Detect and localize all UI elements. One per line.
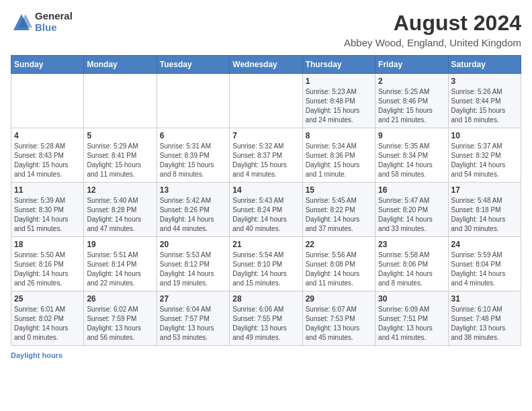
calendar-cell: 25Sunrise: 6:01 AMSunset: 8:02 PMDayligh… [11,291,84,346]
day-number: 31 [451,294,518,304]
day-info: Sunrise: 5:47 AMSunset: 8:20 PMDaylight:… [378,196,445,234]
calendar-cell: 15Sunrise: 5:45 AMSunset: 8:22 PMDayligh… [302,183,375,237]
logo-icon [11,11,32,33]
day-info: Sunrise: 5:29 AMSunset: 8:41 PMDaylight:… [87,142,153,179]
calendar-subtitle: Abbey Wood, England, United Kingdom [344,37,521,48]
day-number: 11 [14,185,81,195]
day-info: Sunrise: 5:58 AMSunset: 8:06 PMDaylight:… [378,250,445,288]
day-info: Sunrise: 5:31 AMSunset: 8:39 PMDaylight:… [160,142,226,179]
column-header-monday: Monday [84,56,157,74]
day-number: 20 [160,240,226,249]
day-number: 2 [378,77,445,86]
day-number: 24 [451,240,518,249]
day-info: Sunrise: 5:51 AMSunset: 8:14 PMDaylight:… [87,250,153,288]
day-info: Sunrise: 5:45 AMSunset: 8:22 PMDaylight:… [306,196,372,234]
calendar-cell: 3Sunrise: 5:26 AMSunset: 8:44 PMDaylight… [448,74,521,128]
column-header-friday: Friday [375,56,448,74]
footer: Daylight hours [11,351,521,359]
logo-blue-text: Blue [35,22,73,34]
header: General Blue August 2024 Abbey Wood, Eng… [11,11,521,48]
day-info: Sunrise: 5:54 AMSunset: 8:10 PMDaylight:… [232,250,299,288]
day-number: 28 [232,294,299,304]
day-info: Sunrise: 5:43 AMSunset: 8:24 PMDaylight:… [232,196,299,234]
day-info: Sunrise: 5:59 AMSunset: 8:04 PMDaylight:… [451,250,518,288]
calendar-cell: 5Sunrise: 5:29 AMSunset: 8:41 PMDaylight… [84,128,157,183]
calendar-cell [157,74,229,128]
day-number: 26 [87,294,153,304]
day-info: Sunrise: 6:09 AMSunset: 7:51 PMDaylight:… [378,305,445,342]
calendar-cell: 16Sunrise: 5:47 AMSunset: 8:20 PMDayligh… [375,183,448,237]
day-info: Sunrise: 6:07 AMSunset: 7:53 PMDaylight:… [306,305,372,342]
calendar-cell: 18Sunrise: 5:50 AMSunset: 8:16 PMDayligh… [11,237,84,291]
calendar-cell: 31Sunrise: 6:10 AMSunset: 7:48 PMDayligh… [448,291,521,346]
day-info: Sunrise: 5:37 AMSunset: 8:32 PMDaylight:… [451,142,518,179]
calendar-cell: 2Sunrise: 5:25 AMSunset: 8:46 PMDaylight… [375,74,448,128]
calendar-cell: 8Sunrise: 5:34 AMSunset: 8:36 PMDaylight… [302,128,375,183]
calendar-cell: 20Sunrise: 5:53 AMSunset: 8:12 PMDayligh… [157,237,229,291]
calendar-cell: 29Sunrise: 6:07 AMSunset: 7:53 PMDayligh… [302,291,375,346]
day-number: 23 [378,240,445,249]
day-info: Sunrise: 5:39 AMSunset: 8:30 PMDaylight:… [14,196,81,234]
calendar-cell: 10Sunrise: 5:37 AMSunset: 8:32 PMDayligh… [448,128,521,183]
logo-general-text: General [35,11,73,22]
calendar-header-row: SundayMondayTuesdayWednesdayThursdayFrid… [11,56,521,74]
day-number: 5 [87,131,153,140]
calendar-cell: 27Sunrise: 6:04 AMSunset: 7:57 PMDayligh… [157,291,229,346]
calendar-cell: 26Sunrise: 6:02 AMSunset: 7:59 PMDayligh… [84,291,157,346]
week-row-4: 18Sunrise: 5:50 AMSunset: 8:16 PMDayligh… [11,237,521,291]
week-row-2: 4Sunrise: 5:28 AMSunset: 8:43 PMDaylight… [11,128,521,183]
calendar-cell [11,74,84,128]
day-number: 7 [232,131,299,140]
day-info: Sunrise: 5:32 AMSunset: 8:37 PMDaylight:… [232,142,299,179]
calendar-cell: 12Sunrise: 5:40 AMSunset: 8:28 PMDayligh… [84,183,157,237]
column-header-thursday: Thursday [302,56,375,74]
column-header-saturday: Saturday [448,56,521,74]
column-header-tuesday: Tuesday [157,56,229,74]
calendar-cell: 14Sunrise: 5:43 AMSunset: 8:24 PMDayligh… [230,183,302,237]
day-number: 22 [306,240,372,249]
week-row-1: 1Sunrise: 5:23 AMSunset: 8:48 PMDaylight… [11,74,521,128]
day-info: Sunrise: 5:42 AMSunset: 8:26 PMDaylight:… [160,196,226,234]
calendar-cell: 24Sunrise: 5:59 AMSunset: 8:04 PMDayligh… [448,237,521,291]
calendar-table: SundayMondayTuesdayWednesdayThursdayFrid… [11,55,521,346]
calendar-cell: 11Sunrise: 5:39 AMSunset: 8:30 PMDayligh… [11,183,84,237]
day-number: 14 [232,185,299,195]
day-info: Sunrise: 5:34 AMSunset: 8:36 PMDaylight:… [306,142,372,179]
day-info: Sunrise: 6:06 AMSunset: 7:55 PMDaylight:… [232,305,299,342]
day-info: Sunrise: 5:23 AMSunset: 8:48 PMDaylight:… [306,87,372,125]
day-number: 19 [87,240,153,249]
calendar-cell: 1Sunrise: 5:23 AMSunset: 8:48 PMDaylight… [302,74,375,128]
calendar-cell: 4Sunrise: 5:28 AMSunset: 8:43 PMDaylight… [11,128,84,183]
day-number: 15 [306,185,372,195]
day-number: 13 [160,185,226,195]
day-number: 8 [306,131,372,140]
column-header-sunday: Sunday [11,56,84,74]
day-number: 25 [14,294,81,304]
title-area: August 2024 Abbey Wood, England, United … [344,11,521,48]
calendar-cell [230,74,302,128]
calendar-cell: 21Sunrise: 5:54 AMSunset: 8:10 PMDayligh… [230,237,302,291]
day-info: Sunrise: 6:02 AMSunset: 7:59 PMDaylight:… [87,305,153,342]
day-number: 21 [232,240,299,249]
day-info: Sunrise: 5:40 AMSunset: 8:28 PMDaylight:… [87,196,153,234]
day-info: Sunrise: 5:35 AMSunset: 8:34 PMDaylight:… [378,142,445,179]
calendar-cell: 23Sunrise: 5:58 AMSunset: 8:06 PMDayligh… [375,237,448,291]
calendar-cell: 17Sunrise: 5:48 AMSunset: 8:18 PMDayligh… [448,183,521,237]
logo: General Blue [11,11,73,33]
column-header-wednesday: Wednesday [230,56,302,74]
daylight-label: Daylight hours [11,351,62,359]
day-number: 10 [451,131,518,140]
day-info: Sunrise: 5:53 AMSunset: 8:12 PMDaylight:… [160,250,226,288]
calendar-cell: 13Sunrise: 5:42 AMSunset: 8:26 PMDayligh… [157,183,229,237]
day-info: Sunrise: 5:50 AMSunset: 8:16 PMDaylight:… [14,250,81,288]
calendar-cell: 30Sunrise: 6:09 AMSunset: 7:51 PMDayligh… [375,291,448,346]
day-number: 12 [87,185,153,195]
calendar-cell: 19Sunrise: 5:51 AMSunset: 8:14 PMDayligh… [84,237,157,291]
calendar-cell: 9Sunrise: 5:35 AMSunset: 8:34 PMDaylight… [375,128,448,183]
day-info: Sunrise: 6:01 AMSunset: 8:02 PMDaylight:… [14,305,81,342]
day-number: 6 [160,131,226,140]
week-row-3: 11Sunrise: 5:39 AMSunset: 8:30 PMDayligh… [11,183,521,237]
day-number: 17 [451,185,518,195]
day-number: 29 [306,294,372,304]
day-number: 4 [14,131,81,140]
